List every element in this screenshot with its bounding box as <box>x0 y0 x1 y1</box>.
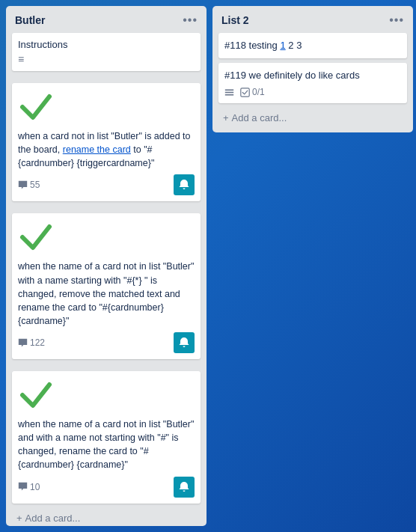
checklist-value: 0/1 <box>252 87 265 97</box>
checkmark-icon-3 <box>18 377 54 413</box>
butler-rule-2-content: when the name of a card not in list "But… <box>18 219 195 328</box>
list2-column-menu-icon[interactable]: ••• <box>389 13 404 27</box>
butler-rule-card-3: when the name of a card not in list "But… <box>12 371 201 504</box>
butler-rule-card-2: when the name of a card not in list "But… <box>12 213 201 359</box>
list2-column-header: List 2 ••• <box>218 12 407 28</box>
butler-rule-3-footer: 10 <box>18 477 195 498</box>
add-card-plus: + <box>16 513 22 524</box>
card-118-link[interactable]: 1 <box>280 40 285 51</box>
checkmark-icon-2 <box>18 219 54 255</box>
butler-column-header: Butler ••• <box>12 12 201 28</box>
comment-icon-2: 122 <box>18 337 45 348</box>
hamburger-svg <box>224 88 234 97</box>
butler-add-card-label: Add a card... <box>25 513 81 524</box>
instructions-title: Instructions <box>18 39 195 50</box>
list2-add-card-button[interactable]: + Add a card... <box>218 109 407 126</box>
bell-icon-3[interactable] <box>174 477 195 498</box>
butler-rule-3-content: when the name of a card not in list "But… <box>18 377 195 472</box>
bell-svg-2 <box>178 337 190 349</box>
butler-rule-1-footer: 55 <box>18 174 195 195</box>
list2-column: List 2 ••• #118 testing 1 2 3 #119 we de… <box>212 6 413 132</box>
card-119-hamburger <box>224 88 234 97</box>
butler-column-menu-icon[interactable]: ••• <box>183 13 198 27</box>
butler-rule-1-content: when a card not in list "Butler" is adde… <box>18 89 195 170</box>
comment-count-3: 10 <box>30 482 40 492</box>
butler-column: Butler ••• Instructions ≡ when a card no… <box>6 6 207 526</box>
comment-icon-1: 55 <box>18 180 40 190</box>
butler-rule-3-text: when the name of a card not in list "But… <box>18 418 195 472</box>
butler-rule-card-1: when a card not in list "Butler" is adde… <box>12 83 201 201</box>
butler-add-card-button[interactable]: + Add a card... <box>12 510 201 527</box>
butler-rule-2-footer: 122 <box>18 332 195 353</box>
comment-count-2: 122 <box>30 337 45 348</box>
comment-svg-2 <box>18 338 28 348</box>
butler-column-title: Butler <box>15 14 45 26</box>
svg-rect-2 <box>225 94 233 96</box>
card-118-title: #118 testing 1 2 3 <box>224 39 401 52</box>
card-119-meta: 0/1 <box>224 87 401 97</box>
instructions-card: Instructions ≡ <box>12 33 201 71</box>
butler-rule-1-text: when a card not in list "Butler" is adde… <box>18 129 195 170</box>
bell-svg-3 <box>178 481 190 493</box>
butler-rule-2-text: when the name of a card not in list "But… <box>18 260 195 328</box>
checklist-svg <box>240 88 250 97</box>
card-118: #118 testing 1 2 3 <box>218 33 407 58</box>
bell-icon-1[interactable] <box>174 174 195 195</box>
card-119-checklist: 0/1 <box>240 87 265 97</box>
bell-svg-1 <box>178 179 190 191</box>
list2-add-card-label: Add a card... <box>232 112 287 123</box>
comment-svg-1 <box>18 180 28 190</box>
card-119-title: #119 we definitely do like cards <box>224 69 401 82</box>
checkmark-icon-1 <box>18 89 54 125</box>
butler-rule-1-highlight: rename the card <box>63 144 131 155</box>
card-119: #119 we definitely do like cards 0/1 <box>218 63 407 103</box>
comment-count-1: 55 <box>30 180 40 190</box>
svg-rect-3 <box>241 88 249 97</box>
svg-rect-0 <box>225 89 233 91</box>
comment-icon-3: 10 <box>18 482 40 492</box>
hamburger-icon: ≡ <box>18 53 195 65</box>
list2-add-plus: + <box>223 112 229 123</box>
svg-rect-1 <box>225 92 233 94</box>
comment-svg-3 <box>18 482 28 492</box>
list2-column-title: List 2 <box>221 14 249 26</box>
bell-icon-2[interactable] <box>174 332 195 353</box>
